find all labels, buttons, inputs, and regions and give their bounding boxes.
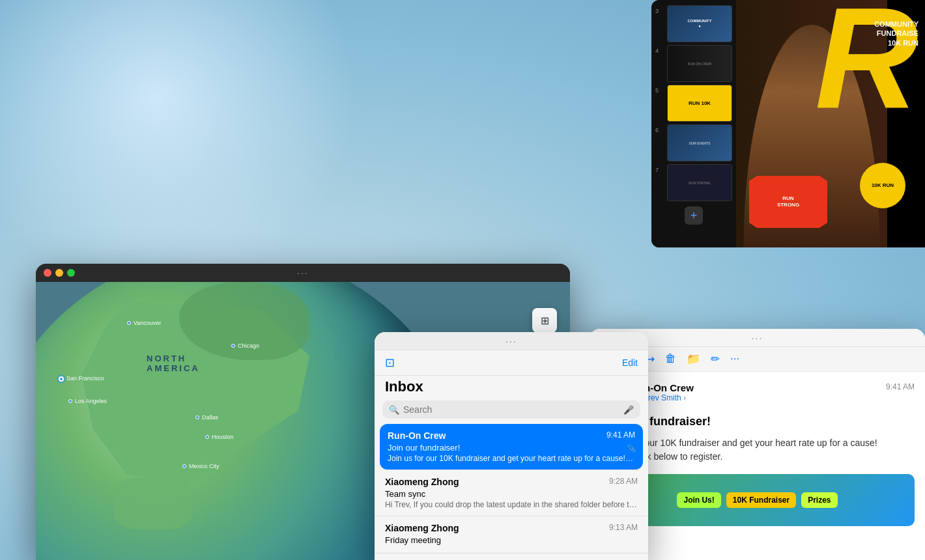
slide-number-3: 3	[655, 5, 663, 14]
slide-item-3[interactable]: 3 COMMUNITY●	[655, 5, 732, 42]
circle-badge: 10K RUN	[860, 163, 905, 208]
message-list: Run-On Crew 9:41 AM Join our fundraiser!…	[375, 424, 648, 553]
message-preview: Join us for our 10K fundraiser and get y…	[388, 454, 635, 463]
trash-button[interactable]: 🗑	[665, 352, 676, 366]
search-bar[interactable]: 🔍 🎤	[382, 400, 640, 419]
email-sender-name: Run-On Crew	[631, 382, 879, 393]
maximize-button[interactable]	[67, 269, 75, 277]
sticker-badge: RUN STRONG	[749, 176, 827, 228]
keynote-slide-panel: 3 COMMUNITY● 4 RUN ON CREW 5 RUN 10K	[651, 0, 736, 247]
folder-button[interactable]: 📁	[687, 352, 700, 366]
message-subject: Friday meeting	[385, 535, 638, 545]
message-time: 9:28 AM	[609, 477, 638, 487]
message-time: 9:41 AM	[606, 430, 635, 441]
mexico-city-label: Mexico City	[189, 463, 220, 469]
mail-inbox-window: ··· ⊡ Edit Inbox 🔍 🎤 Run-On Crew 9:41 AM…	[375, 332, 648, 560]
maps-titlebar: ···	[36, 264, 570, 282]
slide-thumb-3: COMMUNITY●	[667, 5, 732, 42]
slide-number-6: 6	[655, 124, 663, 133]
add-slide-button[interactable]: +	[685, 206, 703, 225]
sf-label: San Francisco	[66, 375, 104, 382]
houston-label: Houston	[212, 434, 234, 440]
close-button[interactable]	[44, 269, 51, 277]
slide-item-5[interactable]: 5 RUN 10K	[655, 85, 732, 122]
detail-title-dots: ···	[752, 333, 763, 343]
message-sender: Run-On Crew	[388, 430, 446, 441]
slide-item-7[interactable]: 7 RUN STRONG	[655, 164, 732, 201]
slide-number-7: 7	[655, 164, 663, 173]
slide-thumb-5: RUN 10K	[667, 85, 732, 122]
slide-number-5: 5	[655, 85, 663, 94]
mail-message-item[interactable]: Xiaomeng Zhong 9:28 AM Team sync Hi Trev…	[375, 470, 648, 516]
slide-thumb-4: RUN ON CREW	[667, 45, 732, 82]
dallas-label: Dallas	[202, 414, 218, 421]
window-controls	[44, 269, 75, 277]
mail-title-dots: ···	[505, 336, 517, 346]
message-subject: Team sync	[385, 489, 638, 499]
prizes-badge: Prizes	[801, 492, 837, 508]
search-icon: 🔍	[389, 405, 399, 415]
chicago-label: Chicago	[238, 343, 259, 349]
attachment-icon: 📎	[627, 445, 635, 452]
message-subject: Join our fundraiser!	[388, 443, 460, 453]
email-time: 9:41 AM	[886, 382, 915, 391]
central-america	[114, 477, 192, 529]
slide-item-6[interactable]: 6 OUR EVENTS	[655, 124, 732, 161]
vancouver-label: Vancouver	[134, 320, 161, 326]
sidebar-toggle-button[interactable]: ⊡	[385, 356, 395, 370]
keynote-main-canvas: R COMMUNITY FUNDRAISE 10K RUN RUN STRONG…	[736, 0, 925, 247]
slide-number-4: 4	[655, 45, 663, 54]
inbox-title: Inbox	[375, 376, 648, 400]
slide-thumb-7: RUN STRONG	[667, 164, 732, 201]
message-preview: Hi Trev, If you could drop the latest up…	[385, 500, 638, 509]
email-meta: Run-On Crew To: Trev Smith ›	[631, 382, 879, 402]
email-to: To: Trev Smith ›	[631, 393, 879, 402]
search-input[interactable]	[403, 404, 619, 415]
slide-item-4[interactable]: 4 RUN ON CREW	[655, 45, 732, 82]
more-button[interactable]: ···	[730, 352, 739, 366]
compose-button[interactable]: ✏	[711, 352, 720, 366]
mail-toolbar: ⊡ Edit	[375, 350, 648, 376]
window-title-dots: ···	[297, 268, 309, 278]
slide-thumb-6: OUR EVENTS	[667, 124, 732, 161]
edit-button[interactable]: Edit	[622, 357, 638, 368]
microphone-icon: 🎤	[623, 405, 634, 415]
add-slide-icon: +	[690, 210, 698, 221]
message-sender: Xiaomeng Zhong	[385, 477, 459, 487]
mail-titlebar: ···	[375, 332, 648, 350]
la-label: Los Angeles	[75, 398, 107, 404]
map-layers-button[interactable]: ⊞	[532, 308, 557, 333]
keynote-window: 3 COMMUNITY● 4 RUN ON CREW 5 RUN 10K	[651, 0, 925, 247]
minimize-button[interactable]	[55, 269, 63, 277]
10k-fundraiser-badge: 10K Fundraiser	[726, 492, 796, 508]
message-time: 9:13 AM	[609, 523, 638, 533]
to-name-link[interactable]: Trev Smith	[644, 393, 681, 402]
mail-message-item[interactable]: Xiaomeng Zhong 9:13 AM Friday meeting	[375, 516, 648, 553]
mail-message-item[interactable]: Run-On Crew 9:41 AM Join our fundraiser!…	[380, 424, 643, 470]
north-america-label: NORTHAMERICA	[147, 354, 200, 373]
message-sender: Xiaomeng Zhong	[385, 523, 459, 533]
join-us-badge: Join Us!	[677, 492, 720, 508]
fundraiser-header: COMMUNITY FUNDRAISE 10K RUN	[874, 20, 925, 48]
sticker-text: RUN STRONG	[777, 195, 799, 208]
layers-icon: ⊞	[541, 315, 549, 327]
